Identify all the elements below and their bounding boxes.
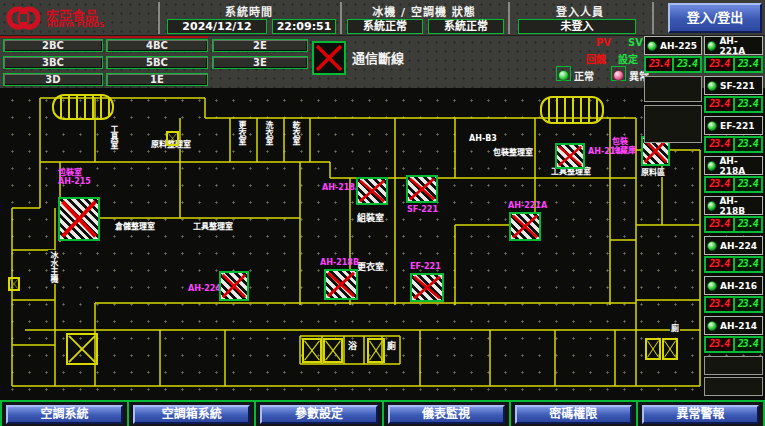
red-x-icon xyxy=(412,275,442,300)
nav-button-meter-monitor[interactable]: 儀表監視 xyxy=(388,405,505,424)
room-label: 乾衣室 xyxy=(290,120,300,146)
logo: 宏亞食品 HUNYA FOODS xyxy=(6,3,156,33)
stairs-icon xyxy=(540,96,604,124)
unit-panel-ah-218b[interactable]: AH-218B xyxy=(704,196,763,215)
comm-fail-unit-box[interactable] xyxy=(406,175,438,203)
sv-value: 23.4 xyxy=(735,258,762,271)
nav-button-ahu-system[interactable]: 空調箱系統 xyxy=(133,405,250,424)
empty-unit-slot xyxy=(644,76,702,102)
red-x-icon xyxy=(408,177,436,201)
comm-fail-unit-box[interactable] xyxy=(356,177,388,205)
header-bar: 宏亞食品 HUNYA FOODS 系統時間 2024/12/12 22:09:5… xyxy=(0,0,765,36)
pv-value: 23.4 xyxy=(646,58,674,71)
abnormal-led-icon xyxy=(613,70,624,81)
unit-name-label: AH-224 xyxy=(720,241,757,251)
room-label: 廁 xyxy=(670,324,680,333)
unit-panel-ef-221[interactable]: EF-221 xyxy=(704,116,763,135)
unit-values-ef-221: 23.4 23.4 xyxy=(704,136,763,153)
comm-fail-unit-box[interactable] xyxy=(324,269,358,300)
nav-cell: 空調箱系統 xyxy=(129,402,256,426)
floor-button-1e[interactable]: 1E xyxy=(106,73,208,86)
unit-led-icon xyxy=(707,201,716,211)
room-label: 原料區 xyxy=(640,168,666,177)
sv-value: 23.4 xyxy=(735,338,762,351)
unit-name-label: EF-221 xyxy=(720,121,755,131)
floor-button-2e[interactable]: 2E xyxy=(212,39,308,52)
pv-value: 23.4 xyxy=(706,298,735,311)
unit-panel-ah-216[interactable]: AH-216 xyxy=(704,276,763,295)
unit-values-ah-221a: 23.4 23.4 xyxy=(704,56,763,73)
red-x-icon xyxy=(358,179,386,203)
map-unit-label: 包裝室AH-215 xyxy=(58,168,91,186)
empty-unit-slot xyxy=(644,105,702,143)
sv-value: 23.4 xyxy=(735,98,762,111)
system-clock-value: 22:09:51 xyxy=(272,19,336,34)
floor-button-3bc[interactable]: 3BC xyxy=(3,56,103,69)
comm-fail-unit-box[interactable] xyxy=(58,197,100,241)
nav-button-ac-system[interactable]: 空調系統 xyxy=(6,405,123,424)
sv-value: 23.4 xyxy=(735,58,762,71)
nav-button-abnormal-alarm[interactable]: 異常警報 xyxy=(642,405,759,424)
pv-value: 23.4 xyxy=(706,98,735,111)
unit-name-label: AH-218B xyxy=(719,196,760,216)
stairs-icon xyxy=(52,94,114,120)
sv-value: 23.4 xyxy=(735,178,762,191)
nav-button-parameter-settings[interactable]: 參數設定 xyxy=(260,405,377,424)
unit-values-ah-214: 23.4 23.4 xyxy=(704,336,763,353)
room-label: 倉儲整理室 xyxy=(114,222,156,231)
hmi-screen: 宏亞食品 HUNYA FOODS 系統時間 2024/12/12 22:09:5… xyxy=(0,0,765,426)
unit-values-ah-225: 23.4 23.4 xyxy=(644,56,702,73)
unit-panel-ah-218a[interactable]: AH-218A xyxy=(704,156,763,175)
nav-button-password-permission[interactable]: 密碼權限 xyxy=(515,405,632,424)
elevator-box xyxy=(323,338,343,363)
map-unit-label: AH-221A xyxy=(508,201,547,210)
unit-led-icon xyxy=(707,81,717,91)
unit-values-sf-221: 23.4 23.4 xyxy=(704,96,763,113)
comm-fail-legend-box xyxy=(312,41,346,75)
elevator-box xyxy=(367,338,385,363)
nav-cell: 空調系統 xyxy=(0,402,129,426)
red-x-icon xyxy=(314,43,344,73)
comm-fail-label: 通信斷線 xyxy=(352,48,404,67)
room-label: 包裝整理室 xyxy=(492,148,534,157)
comm-fail-unit-box[interactable] xyxy=(555,143,585,169)
nav-cell: 儀表監視 xyxy=(384,402,511,426)
unit-panel-ah-221a[interactable]: AH-221A xyxy=(704,36,763,55)
elevator-box xyxy=(662,338,678,360)
nav-cell: 異常警報 xyxy=(638,402,765,426)
unit-values-ah-218b: 23.4 23.4 xyxy=(704,216,763,233)
floor-button-2bc[interactable]: 2BC xyxy=(3,39,103,52)
red-x-icon xyxy=(60,199,98,239)
login-logout-button[interactable]: 登入/登出 xyxy=(668,3,762,33)
setpoint-label: 設定 xyxy=(618,51,638,66)
normal-led-frame xyxy=(556,66,571,81)
unit-led-icon xyxy=(647,41,657,51)
room-label: 組裝室 xyxy=(356,214,385,223)
comm-fail-unit-box[interactable] xyxy=(219,271,249,301)
floor-button-5bc[interactable]: 5BC xyxy=(106,56,208,69)
unit-panel-ah-224[interactable]: AH-224 xyxy=(704,236,763,255)
login-user-value: 未登入 xyxy=(518,19,636,34)
room-label: 廁 xyxy=(386,342,397,351)
sv-value: 23.4 xyxy=(735,298,762,311)
unit-panel-sf-221[interactable]: SF-221 xyxy=(704,76,763,95)
feedback-label: 回餽 xyxy=(586,51,606,66)
unit-name-label: AH-221A xyxy=(719,36,760,56)
floor-button-4bc[interactable]: 4BC xyxy=(106,39,208,52)
room-label: 更衣室 xyxy=(236,120,246,146)
comm-fail-unit-box[interactable] xyxy=(509,212,541,241)
unit-values-ah-216: 23.4 23.4 xyxy=(704,296,763,313)
pv-value: 23.4 xyxy=(706,58,735,71)
floor-button-3d[interactable]: 3D xyxy=(3,73,103,86)
red-x-icon xyxy=(511,214,539,239)
room-label: 洗衣室 xyxy=(263,120,273,146)
map-unit-label: AH-218B xyxy=(320,258,359,267)
unit-panel-ah-214[interactable]: AH-214 xyxy=(704,316,763,335)
pv-value: 23.4 xyxy=(706,218,735,231)
sv-value: 23.4 xyxy=(735,218,762,231)
unit-panel-ah-225[interactable]: AH-225 xyxy=(644,36,702,55)
map-unit-label: SF-221 xyxy=(407,205,438,214)
empty-unit-slot xyxy=(704,377,763,396)
comm-fail-unit-box[interactable] xyxy=(410,273,444,302)
floor-button-3e[interactable]: 3E xyxy=(212,56,308,69)
